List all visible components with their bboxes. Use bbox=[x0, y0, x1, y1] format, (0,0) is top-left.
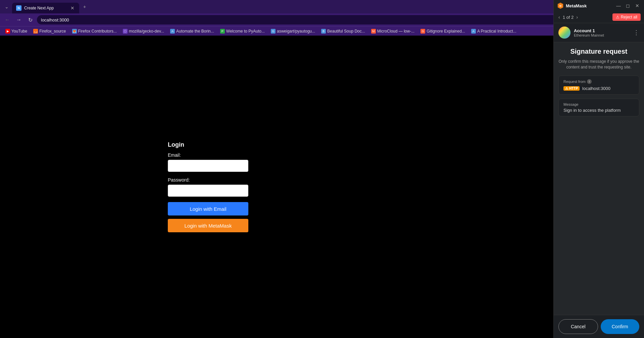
login-form: Login Email: Password: Login with Email … bbox=[168, 141, 248, 232]
main-content: Login Email: Password: Login with Email … bbox=[0, 36, 416, 338]
automate-favicon-icon: A bbox=[170, 29, 175, 34]
tab-title: Create Next App bbox=[24, 6, 67, 10]
account-network: Ethereum Mainnet bbox=[574, 33, 630, 37]
metamask-popup: M MetaMask — ◻ ✕ ‹ 1 of 2 › ⚠ Reject all… bbox=[553, 0, 644, 338]
metamask-titlebar: M MetaMask — ◻ ✕ bbox=[554, 0, 644, 11]
browser-chrome: ⌄ N Create Next App ✕ + ← → ↻ localhost:… bbox=[0, 0, 644, 36]
gitignore-favicon-icon: G bbox=[420, 29, 425, 34]
password-input[interactable] bbox=[168, 185, 248, 197]
login-metamask-button[interactable]: Login with MetaMask bbox=[168, 219, 248, 232]
account-options-button[interactable]: ⋮ bbox=[633, 29, 639, 36]
active-tab[interactable]: N Create Next App ✕ bbox=[12, 3, 79, 13]
http-badge: ⚠ HTTP bbox=[563, 86, 580, 91]
firefox-source-favicon-icon: 🦊 bbox=[33, 29, 38, 34]
metamask-nav-bar: ‹ 1 of 2 › ⚠ Reject all bbox=[554, 11, 644, 23]
tab-close-button[interactable]: ✕ bbox=[70, 5, 75, 11]
info-icon[interactable]: i bbox=[587, 79, 592, 84]
close-button[interactable]: ✕ bbox=[634, 2, 641, 9]
account-name: Account 1 bbox=[574, 28, 630, 33]
address-bar-row: ← → ↻ localhost:3000 ☆ bbox=[0, 13, 644, 26]
warning-icon: ⚠ bbox=[565, 87, 568, 90]
bookmark-microcloud[interactable]: M MicroCloud — low-... bbox=[368, 28, 417, 34]
email-label: Email: bbox=[168, 152, 248, 158]
password-label: Password: bbox=[168, 177, 248, 183]
refresh-button[interactable]: ↻ bbox=[26, 15, 35, 25]
bookmark-gitignore[interactable]: G Gitignore Explained... bbox=[418, 28, 468, 34]
practical-favicon-icon: A bbox=[471, 29, 476, 34]
next-page-button[interactable]: › bbox=[575, 14, 579, 20]
bookmarks-bar: ▶ YouTube 🦊 Firefox_source 🦊 Firefox Con… bbox=[0, 26, 644, 36]
site-url: localhost:3000 bbox=[582, 86, 610, 91]
login-title: Login bbox=[168, 141, 248, 148]
back-button[interactable]: ← bbox=[3, 15, 12, 25]
pyauto-favicon-icon: P bbox=[220, 29, 225, 34]
tab-bar: ⌄ N Create Next App ✕ + bbox=[0, 0, 644, 13]
restore-button[interactable]: ◻ bbox=[625, 2, 631, 9]
message-section: Message Sign in to access the platform bbox=[558, 99, 639, 116]
bookmark-practical[interactable]: A A Practical Introduct... bbox=[468, 28, 519, 34]
request-from-label: Request from i bbox=[563, 79, 634, 84]
beautifulsoup-favicon-icon: B bbox=[321, 29, 326, 34]
asweigart-favicon-icon: G bbox=[271, 29, 276, 34]
bookmark-youtube[interactable]: ▶ YouTube bbox=[3, 28, 30, 34]
reject-all-button[interactable]: ⚠ Reject all bbox=[612, 13, 641, 21]
youtube-favicon-icon: ▶ bbox=[5, 29, 10, 34]
bookmark-asweigart[interactable]: G asweigart/pyautogu... bbox=[268, 28, 318, 34]
prev-page-button[interactable]: ‹ bbox=[557, 14, 561, 20]
request-from-section: Request from i ⚠ HTTP localhost:3000 bbox=[558, 76, 639, 95]
bookmark-firefox-contributors[interactable]: 🦊 Firefox Contributors... bbox=[69, 28, 119, 34]
address-bar-input[interactable]: localhost:3000 bbox=[37, 15, 630, 25]
confirm-button[interactable]: Confirm bbox=[601, 319, 640, 334]
metamask-title-left: M MetaMask bbox=[557, 2, 587, 9]
signature-request-title: Signature request bbox=[558, 48, 639, 55]
microcloud-favicon-icon: M bbox=[371, 29, 376, 34]
metamask-app-name: MetaMask bbox=[566, 3, 587, 8]
metamask-body: Signature request Only confirm this mess… bbox=[554, 42, 644, 315]
bookmark-mozilla-gecko[interactable]: ⬡ mozilla/gecko-dev... bbox=[120, 28, 167, 34]
forward-button[interactable]: → bbox=[14, 15, 23, 25]
site-info: ⚠ HTTP localhost:3000 bbox=[563, 86, 634, 91]
bookmark-firefox-source[interactable]: 🦊 Firefox_source bbox=[31, 28, 68, 34]
login-email-button[interactable]: Login with Email bbox=[168, 202, 248, 215]
svg-text:M: M bbox=[559, 5, 561, 7]
window-controls: — ◻ ✕ bbox=[615, 2, 641, 9]
account-info-bar: Account 1 Ethereum Mainnet ⋮ bbox=[554, 23, 644, 42]
metamask-logo-icon: M bbox=[557, 2, 564, 9]
account-details: Account 1 Ethereum Mainnet bbox=[574, 28, 630, 37]
message-text: Sign in to access the platform bbox=[563, 108, 634, 113]
mozilla-gecko-favicon-icon: ⬡ bbox=[123, 29, 128, 34]
new-tab-button[interactable]: + bbox=[81, 3, 89, 11]
signature-description: Only confirm this message if you approve… bbox=[558, 59, 639, 70]
firefox-contrib-favicon-icon: 🦊 bbox=[72, 29, 77, 34]
bookmark-beautifulsoup[interactable]: B Beautiful Soup Doc... bbox=[318, 28, 368, 34]
message-label: Message bbox=[563, 102, 634, 106]
cancel-button[interactable]: Cancel bbox=[558, 319, 598, 334]
minimize-button[interactable]: — bbox=[615, 2, 622, 9]
email-input[interactable] bbox=[168, 160, 248, 172]
pagination: ‹ 1 of 2 › bbox=[557, 14, 579, 20]
tab-favicon: N bbox=[16, 5, 21, 11]
bookmark-automate[interactable]: A Automate the Borin... bbox=[167, 28, 217, 34]
pagination-text: 1 of 2 bbox=[563, 15, 574, 20]
metamask-footer: Cancel Confirm bbox=[554, 315, 644, 338]
reject-all-icon: ⚠ bbox=[616, 15, 620, 19]
bookmark-pyauto[interactable]: P Welcome to PyAuto... bbox=[217, 28, 267, 34]
account-avatar bbox=[558, 27, 571, 39]
tab-list-icon[interactable]: ⌄ bbox=[3, 3, 11, 11]
